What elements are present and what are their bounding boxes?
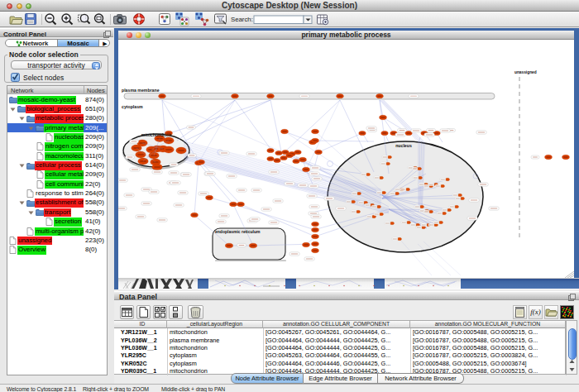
svg-text:endoplasmic reticulum: endoplasmic reticulum xyxy=(215,229,261,234)
svg-text:mitochondrion: mitochondrion xyxy=(141,132,171,137)
svg-text:Search:: Search: xyxy=(231,16,253,23)
svg-text:unassigned: unassigned xyxy=(514,70,537,74)
svg-text:plasma membrane: plasma membrane xyxy=(122,88,160,93)
svg-text:nucleus: nucleus xyxy=(395,143,412,148)
svg-text:cytoplasm: cytoplasm xyxy=(122,104,143,109)
